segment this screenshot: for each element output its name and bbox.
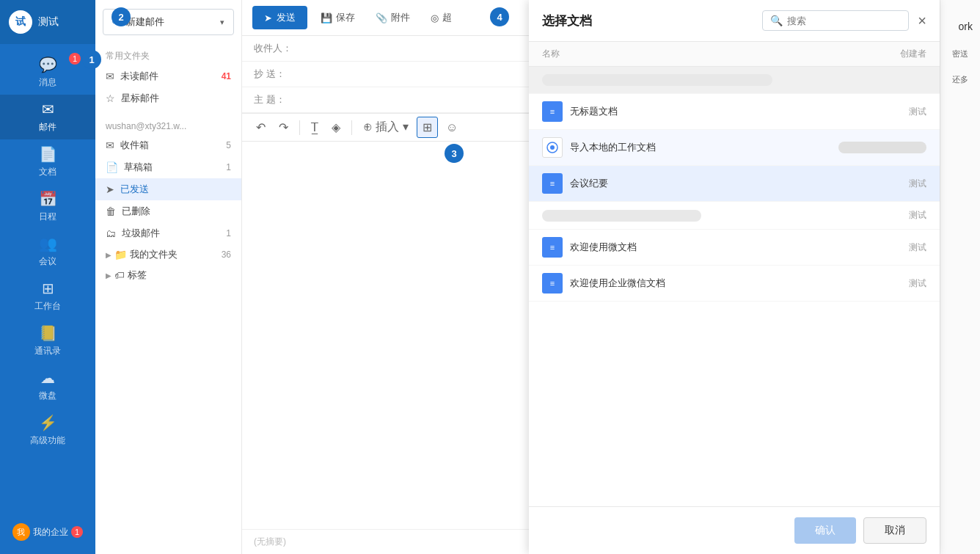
inbox-icon: ✉ <box>106 139 114 151</box>
doc-item-creator: 测试 <box>868 241 926 254</box>
folder-label: 草稿箱 <box>124 161 153 174</box>
doc-cancel-button[interactable]: 取消 <box>863 517 926 544</box>
undo-button[interactable]: ↶ <box>251 117 271 137</box>
sidebar-item-label: 高级功能 <box>30 434 65 447</box>
doc-item-name: 导入本地的工作文档 <box>570 141 831 154</box>
save-icon: 💾 <box>321 12 332 23</box>
doc-item[interactable]: ≡ 欢迎使用企业微信文档 测试 <box>529 266 940 302</box>
save-label: 保存 <box>336 11 355 24</box>
top-right-label: ork <box>959 21 973 32</box>
cc-label: 抄 送： <box>254 68 290 81</box>
more-icon: ◎ <box>431 12 439 23</box>
schedule-icon: 📅 <box>39 190 57 208</box>
svg-point-1 <box>550 145 555 150</box>
folder-icon: 📁 <box>114 249 127 260</box>
send-label: 发送 <box>277 11 296 24</box>
expand-arrow-icon: ▶ <box>106 251 111 259</box>
doc-item[interactable]: ≡ 无标题文档 测试 <box>529 94 940 130</box>
eraser-button[interactable]: ◈ <box>326 117 345 137</box>
sidebar: 试 测试 💬 消息 1 ✉ 邮件 📄 文档 📅 日程 <box>0 0 95 554</box>
sidebar-item-disk[interactable]: ☁ 微盘 <box>0 363 95 408</box>
doc-item-name: 会议纪要 <box>570 177 860 190</box>
unread-mail-folder[interactable]: ✉ 未读邮件 41 <box>95 65 241 87</box>
doc-insert-button[interactable]: ⊞ <box>417 117 438 138</box>
folder-label: 我的文件夹 <box>130 248 178 261</box>
col-name: 名称 <box>542 48 868 60</box>
footer-text: (无摘要) <box>254 536 286 547</box>
more-options-label: 还多 <box>952 75 968 84</box>
sidebar-item-label: 微盘 <box>39 390 56 402</box>
doc-dialog-footer: 确认 取消 <box>529 506 940 554</box>
sidebar-item-messages[interactable]: 💬 消息 1 <box>0 50 95 95</box>
sidebar-item-advanced[interactable]: ⚡ 高级功能 <box>0 408 95 453</box>
messages-badge: 1 <box>69 53 81 65</box>
search-icon: 🔍 <box>770 15 783 26</box>
sidebar-item-mail[interactable]: ✉ 邮件 <box>0 95 95 139</box>
advanced-icon: ⚡ <box>39 414 57 431</box>
doc-item-selected[interactable]: ≡ 会议纪要 测试 <box>529 166 940 202</box>
enterprise-avatar: 我 <box>12 523 30 541</box>
account-section: wushan@xty321.w... ✉ 收件箱 5 📄 草稿箱 1 ➤ 已发送… <box>95 114 241 288</box>
drafts-count: 1 <box>226 162 231 172</box>
more-options-button[interactable]: 还多 <box>949 70 971 90</box>
sent-folder[interactable]: ➤ 已发送 <box>95 178 241 200</box>
attach-button[interactable]: 📎 附件 <box>368 7 417 29</box>
doc-import-item[interactable]: 导入本地的工作文档 <box>529 130 940 166</box>
separator <box>351 120 352 135</box>
send-button[interactable]: ➤ 发送 <box>252 6 307 29</box>
insert-button[interactable]: ⊕ 插入 ▾ <box>358 117 414 138</box>
doc-dialog-header: 选择文档 🔍 × <box>529 0 940 42</box>
doc-search-input[interactable] <box>787 15 901 26</box>
doc-search-box: 🔍 <box>762 10 909 31</box>
my-enterprise[interactable]: 我 我的企业 1 <box>0 517 95 547</box>
doc-close-button[interactable]: × <box>918 12 926 29</box>
save-button[interactable]: 💾 保存 <box>313 7 362 29</box>
sidebar-item-workbench[interactable]: ⊞ 工作台 <box>0 274 95 318</box>
enterprise-badge: 1 <box>71 526 83 538</box>
doc-confirm-button[interactable]: 确认 <box>794 517 856 544</box>
inbox-folder[interactable]: ✉ 收件箱 5 <box>95 134 241 156</box>
bcc-button[interactable]: 密送 <box>949 44 971 64</box>
sidebar-item-label: 邮件 <box>39 121 56 134</box>
step-badge-4: 4 <box>490 7 509 26</box>
sidebar-item-docs[interactable]: 📄 文档 <box>0 139 95 184</box>
enterprise-label: 我的企业 <box>33 526 68 539</box>
col-creator: 创建者 <box>868 48 926 60</box>
more-button[interactable]: ◎ 超 <box>423 7 459 29</box>
redo-button[interactable]: ↷ <box>274 117 293 137</box>
doc-item-creator: 测试 <box>868 209 926 222</box>
doc-file-icon: ≡ <box>542 273 563 294</box>
right-panel: 密送 还多 <box>940 0 980 554</box>
tags-folder[interactable]: ▶ 🏷 标签 <box>95 265 241 285</box>
compose-area: ➤ 发送 💾 保存 📎 附件 ◎ 超 收件人： 抄 送： <box>242 0 980 554</box>
step-badge-1: 1 <box>82 50 101 69</box>
starred-mail-folder[interactable]: ☆ 星标邮件 <box>95 87 241 109</box>
bcc-label: 密送 <box>952 49 968 58</box>
sidebar-item-label: 文档 <box>39 166 56 178</box>
separator <box>299 120 300 135</box>
account-name: wushan@xty321.w... <box>95 117 241 134</box>
format-button[interactable]: T̲ <box>306 117 323 137</box>
drafts-folder[interactable]: 📄 草稿箱 1 <box>95 156 241 178</box>
send-icon: ➤ <box>264 12 272 23</box>
folder-label: 未读邮件 <box>120 70 158 83</box>
sidebar-item-schedule[interactable]: 📅 日程 <box>0 184 95 229</box>
common-folders-title: 常用文件夹 <box>95 47 241 65</box>
spam-folder[interactable]: 🗂 垃圾邮件 1 <box>95 222 241 244</box>
sidebar-item-meeting[interactable]: 👥 会议 <box>0 229 95 274</box>
doc-file-icon: ≡ <box>542 237 563 258</box>
doc-item[interactable]: ≡ 欢迎使用微文档 测试 <box>529 230 940 266</box>
deleted-folder[interactable]: 🗑 已删除 <box>95 200 241 222</box>
draft-icon: 📄 <box>106 161 118 173</box>
mail-icon: ✉ <box>42 101 54 118</box>
contacts-icon: 📒 <box>39 324 57 342</box>
sidebar-item-label: 日程 <box>39 211 56 223</box>
folder-label: 已发送 <box>120 183 149 196</box>
my-folders[interactable]: ▶ 📁 我的文件夹 36 <box>95 244 241 265</box>
folder-label: 标签 <box>128 269 147 282</box>
sidebar-item-contacts[interactable]: 📒 通讯录 <box>0 318 95 363</box>
sidebar-item-label: 工作台 <box>34 300 61 313</box>
meeting-icon: 👥 <box>39 235 57 252</box>
folder-label: 已删除 <box>122 205 150 218</box>
emoji-button[interactable]: ☺ <box>441 118 463 137</box>
